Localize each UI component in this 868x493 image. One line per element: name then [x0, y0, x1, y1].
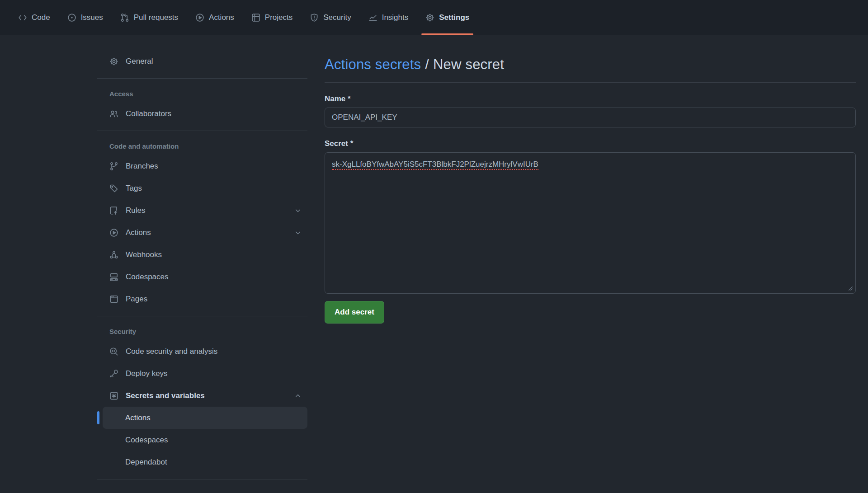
page-title: Actions secrets/New secret — [325, 56, 856, 73]
tag-icon — [109, 184, 118, 193]
new-secret-form: Actions secrets/New secret Name * Secret… — [325, 35, 856, 324]
key-icon — [109, 369, 118, 378]
sidebar-item-secrets-and-variables[interactable]: Secrets and variables — [97, 385, 307, 407]
secret-name-input[interactable] — [325, 108, 856, 127]
secret-label: Secret * — [325, 139, 856, 148]
tab-insights[interactable]: Insights — [363, 0, 415, 35]
name-label: Name * — [325, 94, 856, 103]
sidebar-divider — [97, 479, 307, 479]
breadcrumb-separator: / — [425, 56, 429, 72]
sidebar-item-rules[interactable]: Rules — [97, 199, 307, 221]
sidebar-subitem-label: Dependabot — [125, 458, 167, 467]
issue-opened-icon — [67, 13, 76, 22]
sidebar-subitem-label: Actions — [125, 413, 151, 423]
sidebar-subitem-codespaces[interactable]: Codespaces — [103, 429, 307, 451]
settings-layout: General Access Collaborators Code and au… — [0, 35, 868, 485]
people-icon — [109, 109, 118, 118]
sidebar-item-collaborators[interactable]: Collaborators — [97, 103, 307, 125]
sidebar-item-tags[interactable]: Tags — [97, 177, 307, 199]
sidebar-item-label: Tags — [126, 184, 302, 193]
sidebar-item-general[interactable]: General — [97, 50, 307, 72]
secret-value-text: sk-XgLLfoBYfwAbAY5iS5cFT3BlbkFJ2PlZuejrz… — [332, 160, 538, 170]
play-icon — [195, 13, 204, 22]
play-icon — [109, 228, 118, 237]
sidebar-item-label: Rules — [126, 206, 287, 215]
sidebar-item-label: Code security and analysis — [126, 347, 302, 356]
sidebar-section-security: Security — [97, 322, 307, 340]
table-icon — [251, 13, 260, 22]
add-secret-button[interactable]: Add secret — [325, 301, 384, 324]
sidebar-item-pages[interactable]: Pages — [97, 288, 307, 310]
sidebar-subitem-actions[interactable]: Actions — [103, 407, 307, 429]
tab-security[interactable]: Security — [304, 0, 357, 35]
tab-code[interactable]: Code — [12, 0, 56, 35]
settings-sidebar: General Access Collaborators Code and au… — [97, 35, 307, 485]
tab-code-label: Code — [32, 13, 50, 22]
tab-projects[interactable]: Projects — [245, 0, 298, 35]
tab-pull-requests-label: Pull requests — [134, 13, 178, 22]
sidebar-item-label: General — [126, 57, 302, 66]
chevron-down-icon — [294, 207, 302, 215]
codescan-icon — [109, 347, 118, 356]
sidebar-subitem-label: Codespaces — [125, 436, 168, 445]
sidebar-divider — [97, 78, 307, 79]
tab-insights-label: Insights — [382, 13, 409, 22]
tab-actions[interactable]: Actions — [189, 0, 240, 35]
code-icon — [18, 13, 27, 22]
webhook-icon — [109, 250, 118, 259]
chevron-up-icon — [294, 392, 302, 400]
breadcrumb-current: New secret — [433, 56, 504, 72]
tab-pull-requests[interactable]: Pull requests — [114, 0, 184, 35]
repo-nav: Code Issues Pull requests Actions Projec… — [0, 0, 868, 35]
tab-issues[interactable]: Issues — [61, 0, 109, 35]
tab-security-label: Security — [323, 13, 351, 22]
sidebar-item-label: Secrets and variables — [126, 391, 287, 400]
sidebar-item-label: Pages — [126, 295, 302, 304]
secret-value-textarea[interactable]: sk-XgLLfoBYfwAbAY5iS5cFT3BlbkFJ2PlZuejrz… — [325, 152, 856, 294]
sidebar-item-label: Collaborators — [126, 109, 302, 118]
sidebar-item-codespaces[interactable]: Codespaces — [97, 266, 307, 288]
title-divider — [325, 82, 856, 83]
tab-settings-label: Settings — [439, 13, 469, 22]
sidebar-divider — [97, 131, 307, 131]
chevron-down-icon — [294, 229, 302, 237]
graph-icon — [368, 13, 377, 22]
tab-actions-label: Actions — [209, 13, 234, 22]
sidebar-divider — [97, 316, 307, 316]
shield-icon — [310, 13, 319, 22]
sidebar-section-access: Access — [97, 85, 307, 103]
codespaces-icon — [109, 272, 118, 282]
tab-projects-label: Projects — [265, 13, 292, 22]
repo-push-icon — [109, 206, 118, 215]
sidebar-item-code-security-and-analysis[interactable]: Code security and analysis — [97, 340, 307, 362]
gear-icon — [109, 57, 118, 66]
pull-request-icon — [120, 13, 129, 22]
sidebar-item-label: Actions — [126, 228, 287, 237]
gear-icon — [425, 13, 434, 22]
git-branch-icon — [109, 162, 118, 171]
tab-issues-label: Issues — [81, 13, 103, 22]
sidebar-item-webhooks[interactable]: Webhooks — [97, 244, 307, 266]
sidebar-item-label: Codespaces — [126, 272, 302, 282]
sidebar-subitem-dependabot[interactable]: Dependabot — [103, 451, 307, 473]
sidebar-item-actions[interactable]: Actions — [97, 221, 307, 244]
sidebar-item-deploy-keys[interactable]: Deploy keys — [97, 362, 307, 385]
sidebar-item-label: Branches — [126, 162, 302, 171]
sidebar-section-code-and-automation: Code and automation — [97, 137, 307, 155]
resize-handle[interactable] — [847, 285, 854, 291]
browser-icon — [109, 295, 118, 304]
actions-secrets-link[interactable]: Actions secrets — [325, 56, 421, 72]
sidebar-item-branches[interactable]: Branches — [97, 155, 307, 177]
tab-settings[interactable]: Settings — [420, 0, 475, 35]
key-asterisk-icon — [109, 391, 118, 400]
sidebar-item-label: Deploy keys — [126, 369, 302, 378]
sidebar-item-label: Webhooks — [126, 250, 302, 259]
